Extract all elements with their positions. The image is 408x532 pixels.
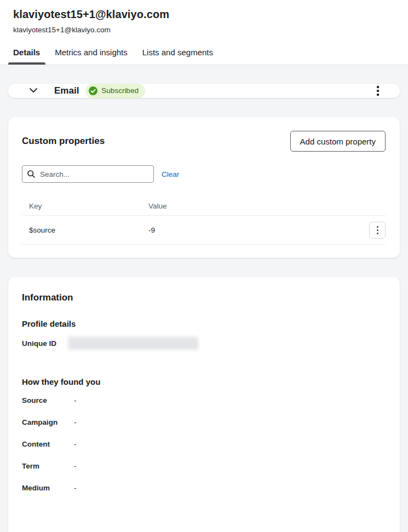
channel-menu-button[interactable] [375,84,381,98]
page-header: klaviyotest15+1@klaviyo.com klaviyotest1… [0,0,408,65]
information-title: Information [22,292,386,303]
column-header-key: Key [22,202,148,210]
search-row: Clear [22,165,386,183]
clear-search-link[interactable]: Clear [162,170,179,178]
check-circle-icon [88,86,98,96]
profile-details-heading: Profile details [22,319,386,328]
custom-properties-title: Custom properties [22,136,105,147]
attribution-row-term: Term - [22,462,386,484]
property-value: -9 [148,226,369,234]
information-card: Information Profile details Unique ID Ho… [8,277,400,532]
attribution-row-medium: Medium - [22,484,386,506]
tab-bar: Details Metrics and insights Lists and s… [13,48,395,65]
attribution-row-campaign: Campaign - [22,418,386,440]
attribution-label: Source [22,396,74,404]
kebab-menu-icon [377,226,378,228]
attribution-row-source: Source - [22,396,386,418]
custom-properties-card: Custom properties Add custom property Cl… [8,117,400,258]
property-menu-button[interactable] [369,222,386,239]
attribution-list: Source - Campaign - Content - Term - Med… [22,396,386,506]
attribution-row-content: Content - [22,440,386,462]
tab-metrics-and-insights[interactable]: Metrics and insights [55,48,128,65]
expand-collapse-button[interactable] [27,85,39,97]
attribution-value: - [74,440,77,448]
table-header-row: Key Value [22,196,386,216]
status-badge-label: Subscribed [101,86,139,95]
unique-id-label: Unique ID [22,339,68,348]
column-header-value: Value [148,202,386,210]
property-key: $source [22,226,148,234]
page-body: Email Subscribed Custom properties Add c… [0,65,408,532]
kebab-menu-icon [377,86,379,88]
page-subtitle: klaviyotest15+1@klaviyo.com [13,25,395,34]
attribution-value: - [74,462,77,470]
custom-properties-table: Key Value $source -9 [22,196,386,245]
tab-details[interactable]: Details [13,48,40,65]
profile-page: klaviyotest15+1@klaviyo.com klaviyotest1… [0,0,408,532]
email-channel-card: Email Subscribed [8,84,400,98]
attribution-value: - [74,396,77,404]
status-badge: Subscribed [85,84,145,98]
channel-title: Email [54,85,79,96]
search-input[interactable] [22,165,154,183]
attribution-label: Campaign [22,418,74,426]
unique-id-row: Unique ID [22,337,386,350]
search-box [22,165,154,183]
attribution-label: Term [22,462,74,470]
table-row: $source -9 [22,216,386,245]
custom-properties-header: Custom properties Add custom property [22,131,386,152]
tab-lists-and-segments[interactable]: Lists and segments [142,48,213,65]
attribution-value: - [74,418,77,426]
page-title: klaviyotest15+1@klaviyo.com [13,7,395,21]
add-custom-property-button[interactable]: Add custom property [290,131,386,152]
redacted-unique-id-value [68,337,198,350]
how-they-found-you-heading: How they found you [22,377,386,386]
chevron-down-icon [28,85,39,97]
attribution-label: Content [22,440,74,448]
attribution-value: - [74,484,77,492]
attribution-label: Medium [22,484,74,492]
